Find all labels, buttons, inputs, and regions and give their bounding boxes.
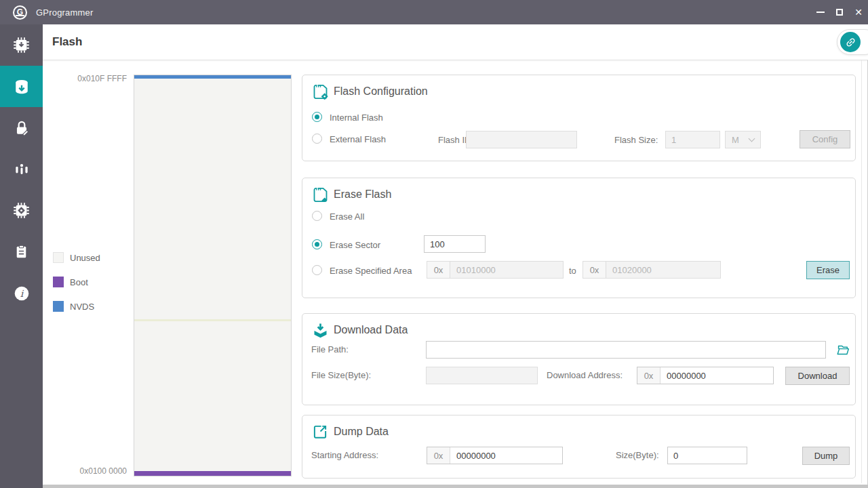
title-bar: G GProgrammer ✕: [0, 0, 868, 24]
dump-data-icon: [311, 423, 329, 441]
sidebar-item-firmware[interactable]: [0, 24, 43, 66]
file-path-input[interactable]: [426, 341, 826, 359]
memory-region-boot: [134, 471, 291, 476]
starting-address-label: Starting Address:: [311, 450, 378, 460]
memory-map-bar: [134, 75, 292, 476]
window-bottom-edge: [43, 485, 868, 488]
to-label: to: [569, 266, 576, 276]
file-size-label: File Size(Byte):: [311, 370, 371, 380]
pin-connector-icon: [13, 161, 31, 178]
connect-button[interactable]: [840, 32, 861, 52]
starting-address-input[interactable]: [450, 447, 562, 464]
memory-region-boundary: [134, 319, 291, 321]
info-icon: i: [13, 285, 31, 302]
legend-item-nvds: NVDS: [53, 301, 94, 312]
external-flash-label: External Flash: [330, 134, 386, 144]
download-address-input[interactable]: [660, 367, 773, 384]
hex-prefix: 0x: [427, 262, 450, 278]
starting-address-group: 0x: [427, 447, 563, 464]
erase-to-group: 0x: [583, 261, 721, 279]
open-folder-icon[interactable]: [835, 342, 850, 357]
erase-from-input: [450, 262, 563, 278]
goodix-logo-icon: G: [13, 5, 27, 20]
maximize-button[interactable]: [830, 0, 849, 24]
erase-flash-icon: [311, 186, 330, 204]
boot-swatch: [53, 277, 64, 287]
flash-id-input: [466, 131, 577, 148]
sidebar-item-encrypt-sign[interactable]: [0, 107, 43, 148]
nvds-swatch: [53, 301, 64, 312]
page-header: Flash: [43, 24, 868, 60]
close-icon: ✕: [854, 7, 863, 17]
chip-download-icon: [12, 36, 31, 54]
legend-item-boot: Boot: [53, 277, 88, 287]
internal-flash-radio[interactable]: [312, 112, 322, 122]
download-data-panel: Download Data File Path: File Size(Byte)…: [302, 313, 856, 405]
legend-item-unused: Unused: [53, 252, 100, 263]
scrollbar-track[interactable]: [861, 60, 862, 483]
erase-all-label: Erase All: [330, 211, 364, 222]
window-title: GProgrammer: [36, 7, 94, 18]
flash-memory-icon: [12, 77, 31, 96]
erase-sector-input[interactable]: [424, 235, 486, 253]
file-path-label: File Path:: [311, 344, 349, 354]
flash-size-unit-select: M: [725, 131, 761, 148]
external-flash-radio[interactable]: [312, 134, 322, 144]
sidebar-item-about[interactable]: i: [0, 272, 43, 314]
erase-button[interactable]: Erase: [806, 261, 850, 279]
dump-size-label: Size(Byte):: [616, 450, 659, 460]
erase-all-radio[interactable]: [312, 211, 322, 221]
flash-size-label: Flash Size:: [614, 135, 658, 145]
connect-pill: [837, 29, 868, 55]
log-clipboard-icon: [13, 243, 30, 260]
download-button[interactable]: Download: [785, 367, 850, 385]
link-icon: [845, 37, 856, 48]
chip-config-icon: [12, 201, 31, 220]
gprogrammer-window: G GProgrammer ✕: [0, 0, 868, 488]
sidebar-item-log[interactable]: [0, 231, 43, 272]
dump-size-input[interactable]: [667, 447, 747, 464]
flash-size-input: [665, 131, 720, 148]
sidebar-item-flash[interactable]: [0, 66, 43, 107]
memory-top-address: 0x010F FFFF: [45, 74, 127, 83]
erase-flash-panel: Erase Flash Erase All Erase Sector Erase…: [302, 178, 856, 298]
sidebar-item-efuse[interactable]: [0, 148, 43, 190]
download-address-group: 0x: [637, 367, 774, 384]
hex-prefix: 0x: [637, 367, 660, 384]
lock-sign-icon: [13, 119, 31, 137]
config-button[interactable]: Config: [800, 130, 850, 148]
erase-area-label: Erase Specified Area: [330, 266, 412, 276]
window-controls: ✕: [811, 0, 868, 24]
chevron-down-icon: [749, 136, 755, 142]
erase-sector-label: Erase Sector: [330, 240, 380, 250]
download-address-label: Download Address:: [547, 370, 623, 380]
flash-configuration-panel: Flash Configuration Internal Flash Exter…: [302, 75, 856, 161]
file-size-input: [426, 367, 538, 384]
erase-to-input: [606, 262, 720, 278]
internal-flash-label: Internal Flash: [330, 113, 383, 123]
page-title: Flash: [52, 35, 82, 49]
erase-area-radio[interactable]: [312, 265, 322, 275]
memory-bottom-address: 0x0100 0000: [45, 466, 127, 476]
minimize-button[interactable]: [811, 0, 830, 24]
maximize-icon: [836, 9, 843, 16]
sidebar-item-chip-config[interactable]: [0, 190, 43, 231]
download-data-icon: [311, 321, 330, 340]
sidebar: i: [0, 24, 43, 488]
memory-region-nvds: [134, 75, 291, 79]
panel-title: Dump Data: [334, 426, 389, 438]
panel-title: Flash Configuration: [334, 85, 428, 98]
unused-swatch: [53, 252, 64, 263]
minimize-icon: [816, 12, 825, 13]
hex-prefix: 0x: [583, 262, 606, 278]
flash-config-icon: [311, 83, 330, 101]
close-button[interactable]: ✕: [849, 0, 868, 24]
panel-title: Erase Flash: [334, 188, 391, 201]
panel-title: Download Data: [334, 324, 408, 336]
dump-data-panel: Dump Data Starting Address: 0x Size(Byte…: [302, 415, 856, 479]
hex-prefix: 0x: [427, 447, 450, 464]
erase-from-group: 0x: [427, 261, 564, 279]
dump-button[interactable]: Dump: [802, 447, 850, 465]
erase-sector-radio[interactable]: [312, 239, 322, 249]
